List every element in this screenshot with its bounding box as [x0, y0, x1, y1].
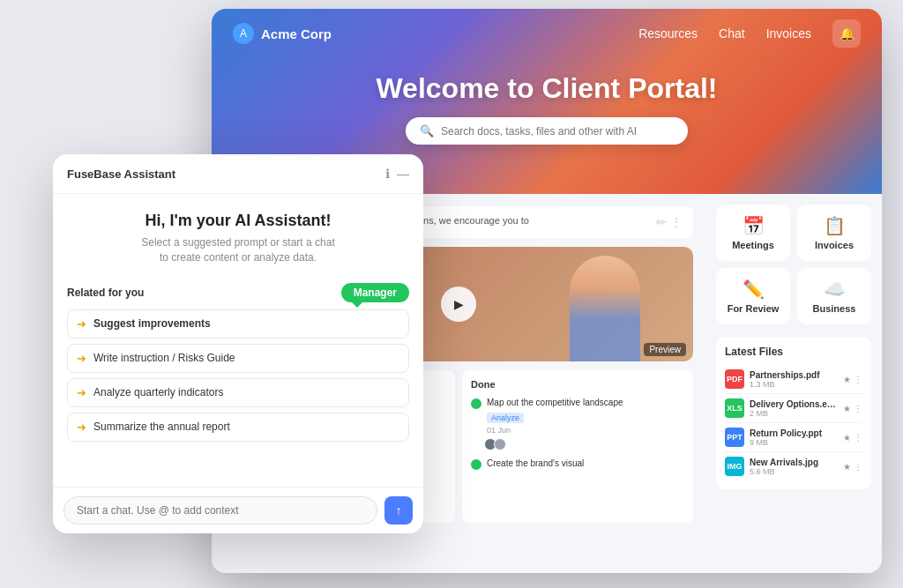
ai-prompt-item-instruction[interactable]: ➜ Write instruction / Risks Guide: [67, 344, 409, 373]
ai-related-section: Related for you Manager ➜ Suggest improv…: [67, 283, 409, 442]
meetings-label: Meetings: [723, 240, 783, 250]
file-size: 9 MB: [750, 438, 838, 447]
file-actions[interactable]: ★ ⋮: [843, 375, 862, 384]
file-name: Delivery Options.excl: [750, 399, 838, 409]
ai-prompt-item-summarize[interactable]: ➜ Summarize the annual report: [67, 413, 409, 442]
grid-item-invoices[interactable]: 📋 Invoices: [797, 205, 871, 261]
task-text: Map out the competitive landscape: [487, 397, 623, 408]
task-checkbox-done[interactable]: [471, 398, 481, 409]
portal-files-section: Latest Files PDF Partnerships.pdf 1.3 MB…: [716, 337, 871, 489]
file-actions[interactable]: ★ ⋮: [843, 433, 862, 443]
nav-link-invoices[interactable]: Invoices: [766, 26, 811, 41]
portal-sidebar: 📅 Meetings 📋 Invoices ✏️ For Review ☁️ B…: [705, 194, 882, 573]
review-label: For Review: [723, 303, 783, 314]
file-name: Return Policy.ppt: [750, 428, 838, 438]
xls-icon: XLS: [725, 398, 744, 418]
file-name: New Arrivals.jpg: [750, 458, 838, 467]
notification-bell[interactable]: 🔔: [832, 19, 861, 48]
file-info: Return Policy.ppt 9 MB: [750, 428, 838, 447]
ai-info-icon[interactable]: ℹ: [385, 167, 390, 181]
ai-prompt-text: Summarize the annual report: [93, 421, 230, 433]
nav-link-resources[interactable]: Resources: [638, 26, 698, 41]
logo-icon: A: [233, 23, 254, 44]
file-info: Partnerships.pdf 1.3 MB: [750, 370, 838, 389]
files-section-title: Latest Files: [725, 346, 862, 358]
review-icon: ✏️: [723, 279, 783, 300]
ai-greeting-title: Hi, I'm your AI Assistant!: [67, 212, 409, 230]
ai-panel-header: FuseBase Assistant ℹ —: [53, 154, 423, 194]
task-analyze-badge: Analyze: [487, 413, 524, 423]
img-icon: IMG: [725, 457, 744, 476]
task-text: Create the brand's visual: [487, 458, 584, 469]
ai-prompt-text: Suggest improvements: [93, 317, 211, 330]
ai-panel-footer: ↑: [53, 487, 423, 533]
prompt-arrow-icon: ➜: [77, 352, 86, 365]
file-size: 2 MB: [750, 409, 838, 418]
file-name: Partnerships.pdf: [750, 370, 838, 380]
portal-grid: 📅 Meetings 📋 Invoices ✏️ For Review ☁️ B…: [716, 205, 871, 324]
portal-hero-content: Welcome to Client Portal! 🔍: [212, 58, 882, 145]
business-icon: ☁️: [804, 279, 864, 300]
portal-search-bar[interactable]: 🔍: [406, 117, 688, 145]
nav-link-chat[interactable]: Chat: [719, 26, 745, 41]
invoices-label: Invoices: [804, 240, 864, 250]
task-item: Create the brand's visual: [471, 458, 684, 470]
ai-panel-body: Hi, I'm your AI Assistant! Select a sugg…: [53, 194, 423, 487]
ppt-icon: PPT: [725, 428, 744, 447]
video-preview-badge: Preview: [644, 343, 686, 356]
search-icon: 🔍: [420, 124, 434, 138]
file-info: New Arrivals.jpg 5.6 MB: [750, 458, 838, 476]
pdf-icon: PDF: [725, 369, 744, 389]
ai-prompt-item-suggest[interactable]: ➜ Suggest improvements: [67, 309, 409, 339]
ai-related-label: Related for you: [67, 287, 144, 299]
ai-chat-input[interactable]: [63, 496, 377, 525]
file-actions[interactable]: ★ ⋮: [843, 462, 862, 472]
task-avatars: [487, 438, 623, 450]
file-size: 1.3 MB: [750, 380, 838, 389]
ai-prompt-text: Analyze quarterly indicators: [93, 386, 223, 398]
file-item-partnerships[interactable]: PDF Partnerships.pdf 1.3 MB ★ ⋮: [725, 365, 862, 394]
grid-item-review[interactable]: ✏️ For Review: [716, 268, 790, 324]
grid-item-business[interactable]: ☁️ Business: [797, 268, 871, 324]
file-size: 5.6 MB: [750, 467, 838, 476]
ai-panel-title: FuseBase Assistant: [67, 167, 175, 181]
logo-text: Acme Corp: [261, 26, 332, 41]
task-checkbox-done[interactable]: [471, 459, 481, 470]
invoices-icon: 📋: [804, 215, 864, 236]
ai-panel-header-actions: ℹ —: [385, 167, 409, 181]
ai-prompt-text: Write instruction / Risks Guide: [93, 352, 235, 364]
portal-logo: A Acme Corp: [233, 23, 332, 44]
grid-item-meetings[interactable]: 📅 Meetings: [716, 205, 790, 261]
meetings-icon: 📅: [723, 215, 783, 236]
ai-greeting: Hi, I'm your AI Assistant! Select a sugg…: [67, 212, 409, 265]
prompt-arrow-icon: ➜: [77, 317, 86, 331]
video-figure: [570, 256, 640, 361]
ai-send-button[interactable]: ↑: [384, 496, 413, 525]
ai-manager-badge: Manager: [341, 283, 409, 302]
business-label: Business: [804, 303, 864, 314]
avatar: [494, 438, 506, 450]
welcome-actions: ✏ ⋮: [656, 215, 683, 229]
file-info: Delivery Options.excl 2 MB: [750, 399, 838, 418]
ai-prompt-item-analyze[interactable]: ➜ Analyze quarterly indicators: [67, 378, 409, 407]
task-date: 01 Jun: [487, 426, 623, 435]
ai-related-header: Related for you Manager: [67, 283, 409, 302]
ai-greeting-subtitle: Select a suggested prompt or start a cha…: [67, 235, 409, 265]
file-item-delivery[interactable]: XLS Delivery Options.excl 2 MB ★ ⋮: [725, 394, 862, 423]
ai-minimize-icon[interactable]: —: [397, 167, 409, 181]
video-play-button[interactable]: ▶: [441, 287, 476, 322]
file-item-new-arrivals[interactable]: IMG New Arrivals.jpg 5.6 MB ★ ⋮: [725, 452, 862, 480]
prompt-arrow-icon: ➜: [77, 386, 86, 399]
task-item: Map out the competitive landscape Analyz…: [471, 397, 684, 450]
file-actions[interactable]: ★ ⋮: [843, 404, 862, 413]
portal-navbar: A Acme Corp Resources Chat Invoices 🔔: [212, 9, 882, 58]
search-input[interactable]: [441, 125, 674, 138]
done-column: Done Map out the competitive landscape A…: [462, 370, 693, 523]
portal-hero-title: Welcome to Client Portal!: [212, 72, 882, 105]
done-title: Done: [471, 379, 684, 390]
file-item-return-policy[interactable]: PPT Return Policy.ppt 9 MB ★ ⋮: [725, 423, 862, 452]
portal-nav-links: Resources Chat Invoices 🔔: [638, 19, 861, 48]
prompt-arrow-icon: ➜: [77, 421, 86, 434]
ai-assistant-panel: FuseBase Assistant ℹ — Hi, I'm your AI A…: [53, 154, 423, 533]
